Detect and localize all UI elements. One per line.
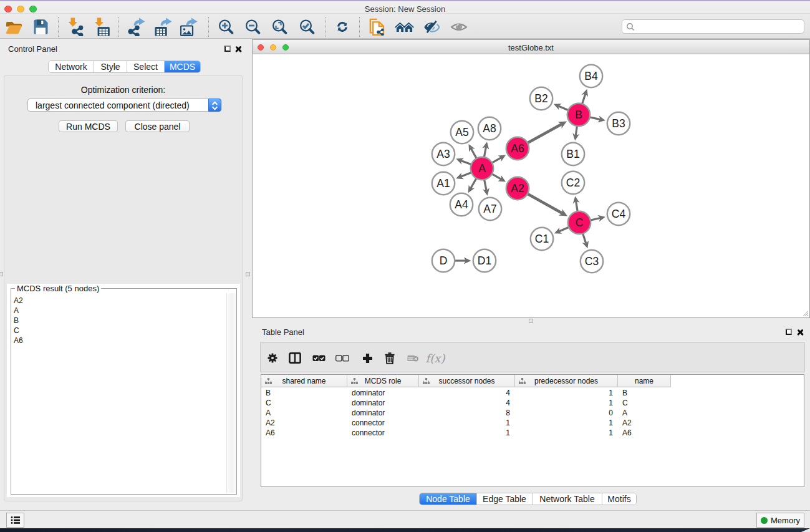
run-mcds-button[interactable]: Run MCDS: [59, 120, 118, 132]
table-float-icon[interactable]: [786, 329, 792, 335]
cell-successor-nodes[interactable]: 4: [419, 398, 515, 408]
collapse-handle[interactable]: [0, 272, 3, 276]
edge-A-A2[interactable]: [492, 174, 501, 179]
cell-shared-name[interactable]: C: [261, 398, 347, 408]
delete-row-button[interactable]: [378, 347, 401, 369]
tab-network[interactable]: Network: [49, 61, 94, 72]
table-row[interactable]: Cdominator41C: [261, 398, 804, 408]
result-item[interactable]: B: [12, 316, 227, 326]
divider-handle[interactable]: [246, 272, 250, 276]
cell-MCDS-role[interactable]: dominator: [347, 388, 419, 398]
tab-edge-table[interactable]: Edge Table: [477, 493, 533, 505]
export-image-button[interactable]: [178, 16, 200, 38]
clone-network-button[interactable]: [365, 16, 388, 38]
result-scrollbar[interactable]: [226, 293, 236, 493]
open-file-button[interactable]: [2, 16, 25, 38]
edge-B-B3[interactable]: [590, 117, 600, 120]
select-all-button[interactable]: [307, 347, 330, 369]
cell-name[interactable]: A: [618, 408, 671, 418]
zoom-out-button[interactable]: [241, 16, 264, 38]
mcds-result-list[interactable]: A2ABCA6: [12, 296, 227, 493]
result-item[interactable]: C: [12, 326, 227, 336]
result-item[interactable]: A2: [12, 296, 227, 306]
edge-C-C2[interactable]: [576, 201, 577, 211]
deselect-all-button[interactable]: [331, 347, 354, 369]
tab-style[interactable]: Style: [94, 61, 127, 72]
edge-A-A8[interactable]: [484, 147, 486, 157]
cell-MCDS-role[interactable]: dominator: [347, 408, 419, 418]
column-header-predecessor-nodes[interactable]: predecessor nodes: [515, 375, 618, 387]
task-history-button[interactable]: [6, 513, 24, 528]
edge-A6-B[interactable]: [528, 124, 561, 143]
window-resize-grip[interactable]: [802, 310, 809, 317]
cell-predecessor-nodes[interactable]: 1: [515, 398, 618, 408]
edge-B-B1[interactable]: [576, 127, 577, 136]
search-box[interactable]: [622, 19, 804, 34]
cell-name[interactable]: B: [618, 388, 671, 398]
cell-MCDS-role[interactable]: connector: [347, 428, 419, 438]
hide-panel-button[interactable]: [420, 16, 443, 38]
table-row[interactable]: Adominator80A: [261, 408, 804, 418]
result-item[interactable]: A: [12, 306, 227, 316]
tab-mcds[interactable]: MCDS: [165, 61, 200, 72]
cell-predecessor-nodes[interactable]: 1: [515, 428, 618, 438]
tab-select[interactable]: Select: [127, 61, 165, 72]
edge-A-A3[interactable]: [461, 160, 471, 164]
cell-successor-nodes[interactable]: 4: [419, 388, 515, 398]
show-column-button[interactable]: [284, 347, 306, 369]
edge-B-B2[interactable]: [559, 106, 568, 110]
cell-name[interactable]: A2: [618, 418, 671, 428]
optimization-dropdown[interactable]: largest connected component (directed): [27, 99, 221, 112]
export-network-button[interactable]: [125, 16, 148, 38]
column-header-MCDS-role[interactable]: MCDS role: [347, 375, 419, 387]
cell-name[interactable]: C: [618, 398, 671, 408]
table-row[interactable]: A2connector11A2: [261, 418, 804, 428]
import-network-button[interactable]: [65, 16, 88, 38]
refresh-network-button[interactable]: [331, 16, 354, 38]
edge-A-A5[interactable]: [471, 148, 476, 158]
zoom-fit-button[interactable]: [268, 16, 291, 38]
float-panel-icon[interactable]: [224, 46, 231, 52]
close-panel-button[interactable]: Close panel: [125, 120, 190, 132]
cell-shared-name[interactable]: A: [261, 408, 347, 418]
cell-MCDS-role[interactable]: connector: [347, 418, 419, 428]
edge-A-A7[interactable]: [485, 180, 486, 190]
export-table-button[interactable]: [152, 16, 175, 38]
cell-shared-name[interactable]: A6: [261, 428, 347, 438]
close-panel-icon[interactable]: [234, 45, 242, 52]
edge-A-A6[interactable]: [492, 158, 501, 163]
save-session-button[interactable]: [29, 16, 52, 38]
cell-successor-nodes[interactable]: 1: [419, 418, 515, 428]
column-header-name[interactable]: name: [618, 375, 671, 387]
edge-C-C1[interactable]: [559, 227, 569, 231]
memory-button[interactable]: Memory: [756, 513, 804, 528]
edge-B-B4[interactable]: [582, 94, 586, 104]
cell-shared-name[interactable]: B: [261, 388, 347, 398]
search-input[interactable]: [635, 20, 804, 33]
import-table-button[interactable]: [91, 16, 113, 38]
edge-A2-C[interactable]: [528, 194, 562, 213]
cell-predecessor-nodes[interactable]: 1: [515, 388, 618, 398]
tab-network-table[interactable]: Network Table: [533, 493, 602, 505]
edge-A-A4[interactable]: [471, 178, 476, 188]
zoom-in-button[interactable]: [215, 16, 237, 38]
split-handle[interactable]: [529, 319, 533, 323]
network-graph-canvas[interactable]: AA6A2BCB4B2B3B1A5A8A3A1C2A4A7C4C1C3DD1: [253, 55, 810, 318]
show-panel-button[interactable]: [448, 16, 470, 38]
zoom-selected-button[interactable]: [296, 16, 318, 38]
add-row-button[interactable]: [356, 347, 378, 369]
cell-MCDS-role[interactable]: dominator: [347, 398, 419, 408]
first-neighbors-button[interactable]: [393, 16, 415, 38]
tab-motifs[interactable]: Motifs: [602, 493, 636, 505]
table-close-icon[interactable]: [796, 328, 804, 336]
network-window-titlebar[interactable]: testGlobe.txt: [253, 40, 809, 54]
cell-successor-nodes[interactable]: 8: [419, 408, 515, 418]
cell-shared-name[interactable]: A2: [261, 418, 347, 428]
table-options-button[interactable]: [261, 347, 284, 369]
edge-C-C4[interactable]: [591, 218, 600, 220]
cell-name[interactable]: A6: [618, 428, 671, 438]
result-item[interactable]: A6: [12, 336, 227, 346]
table-row[interactable]: Bdominator41B: [261, 388, 804, 398]
column-header-shared-name[interactable]: shared name: [261, 375, 347, 387]
cell-predecessor-nodes[interactable]: 1: [515, 418, 618, 428]
